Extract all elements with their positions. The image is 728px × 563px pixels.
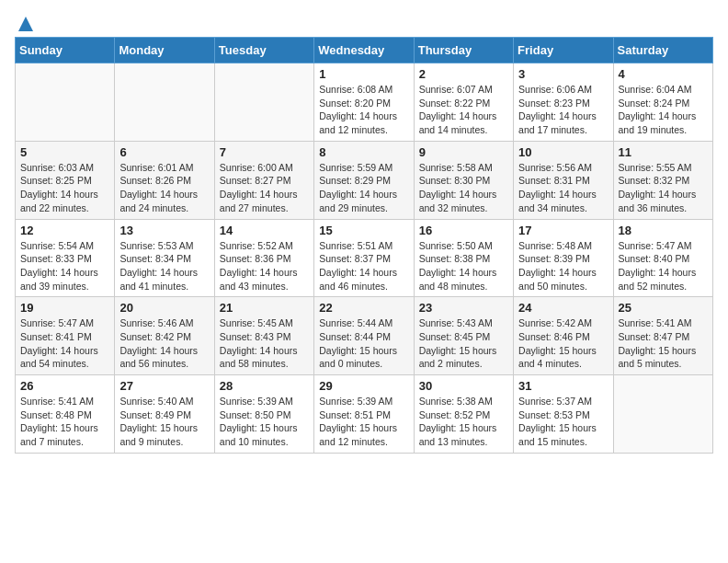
day-info: Sunrise: 5:53 AM Sunset: 8:34 PM Dayligh… — [119, 239, 209, 293]
day-info: Sunrise: 5:39 AM Sunset: 8:50 PM Dayligh… — [220, 395, 309, 449]
day-number: 22 — [319, 301, 408, 315]
day-number: 25 — [619, 301, 708, 315]
calendar-cell: 17Sunrise: 5:48 AM Sunset: 8:39 PM Dayli… — [514, 219, 613, 297]
calendar-cell: 8Sunrise: 5:59 AM Sunset: 8:29 PM Daylig… — [314, 141, 414, 219]
day-info: Sunrise: 5:41 AM Sunset: 8:47 PM Dayligh… — [619, 316, 708, 371]
weekday-header-friday: Friday — [514, 38, 613, 63]
day-info: Sunrise: 6:00 AM Sunset: 8:27 PM Dayligh… — [220, 161, 309, 215]
day-info: Sunrise: 5:51 AM Sunset: 8:37 PM Dayligh… — [319, 239, 408, 293]
calendar-cell: 4Sunrise: 6:04 AM Sunset: 8:24 PM Daylig… — [613, 63, 712, 142]
calendar-cell: 6Sunrise: 6:01 AM Sunset: 8:26 PM Daylig… — [115, 141, 214, 219]
day-info: Sunrise: 5:37 AM Sunset: 8:53 PM Dayligh… — [518, 395, 608, 449]
day-info: Sunrise: 5:45 AM Sunset: 8:43 PM Dayligh… — [220, 316, 309, 371]
calendar-cell — [613, 375, 712, 454]
calendar-week-row: 12Sunrise: 5:54 AM Sunset: 8:33 PM Dayli… — [16, 219, 713, 297]
calendar-cell: 29Sunrise: 5:39 AM Sunset: 8:51 PM Dayli… — [314, 375, 414, 454]
day-number: 2 — [419, 67, 508, 81]
day-number: 13 — [119, 224, 209, 237]
day-info: Sunrise: 5:42 AM Sunset: 8:46 PM Dayligh… — [518, 316, 608, 371]
weekday-header-monday: Monday — [115, 38, 214, 63]
day-number: 18 — [619, 224, 708, 237]
calendar-cell: 20Sunrise: 5:46 AM Sunset: 8:42 PM Dayli… — [115, 297, 214, 375]
calendar-cell: 28Sunrise: 5:39 AM Sunset: 8:50 PM Dayli… — [214, 375, 313, 454]
day-info: Sunrise: 5:46 AM Sunset: 8:42 PM Dayligh… — [119, 316, 209, 371]
calendar-cell: 26Sunrise: 5:41 AM Sunset: 8:48 PM Dayli… — [16, 375, 115, 454]
calendar-cell: 23Sunrise: 5:43 AM Sunset: 8:45 PM Dayli… — [414, 297, 513, 375]
day-number: 20 — [119, 301, 209, 315]
calendar-cell: 27Sunrise: 5:40 AM Sunset: 8:49 PM Dayli… — [115, 375, 214, 454]
day-info: Sunrise: 6:03 AM Sunset: 8:25 PM Dayligh… — [20, 161, 109, 215]
day-info: Sunrise: 5:47 AM Sunset: 8:40 PM Dayligh… — [619, 239, 708, 293]
day-number: 21 — [220, 301, 309, 315]
calendar-cell: 12Sunrise: 5:54 AM Sunset: 8:33 PM Dayli… — [16, 219, 115, 297]
svg-marker-0 — [18, 17, 33, 31]
day-number: 9 — [419, 145, 508, 159]
day-number: 15 — [319, 224, 408, 237]
calendar-week-row: 1Sunrise: 6:08 AM Sunset: 8:20 PM Daylig… — [16, 63, 713, 142]
day-number: 4 — [619, 67, 708, 81]
logo — [15, 15, 35, 29]
day-info: Sunrise: 5:48 AM Sunset: 8:39 PM Dayligh… — [518, 239, 608, 293]
day-info: Sunrise: 6:06 AM Sunset: 8:23 PM Dayligh… — [518, 83, 608, 137]
day-number: 26 — [20, 379, 109, 393]
day-info: Sunrise: 5:56 AM Sunset: 8:31 PM Dayligh… — [518, 161, 608, 215]
calendar-cell: 24Sunrise: 5:42 AM Sunset: 8:46 PM Dayli… — [514, 297, 613, 375]
day-info: Sunrise: 5:41 AM Sunset: 8:48 PM Dayligh… — [20, 395, 109, 449]
day-info: Sunrise: 6:04 AM Sunset: 8:24 PM Dayligh… — [619, 83, 708, 137]
calendar-cell: 14Sunrise: 5:52 AM Sunset: 8:36 PM Dayli… — [214, 219, 313, 297]
calendar-cell: 22Sunrise: 5:44 AM Sunset: 8:44 PM Dayli… — [314, 297, 414, 375]
calendar-cell: 18Sunrise: 5:47 AM Sunset: 8:40 PM Dayli… — [613, 219, 712, 297]
day-number: 27 — [119, 379, 209, 393]
day-info: Sunrise: 5:43 AM Sunset: 8:45 PM Dayligh… — [419, 316, 508, 371]
weekday-header-saturday: Saturday — [613, 38, 712, 63]
calendar-cell: 25Sunrise: 5:41 AM Sunset: 8:47 PM Dayli… — [613, 297, 712, 375]
day-number: 3 — [518, 67, 608, 81]
day-info: Sunrise: 5:39 AM Sunset: 8:51 PM Dayligh… — [319, 395, 408, 449]
day-number: 11 — [619, 145, 708, 159]
day-number: 23 — [419, 301, 508, 315]
calendar-cell: 16Sunrise: 5:50 AM Sunset: 8:38 PM Dayli… — [414, 219, 513, 297]
day-number: 19 — [20, 301, 109, 315]
calendar-cell: 5Sunrise: 6:03 AM Sunset: 8:25 PM Daylig… — [16, 141, 115, 219]
calendar-cell: 10Sunrise: 5:56 AM Sunset: 8:31 PM Dayli… — [514, 141, 613, 219]
day-info: Sunrise: 6:07 AM Sunset: 8:22 PM Dayligh… — [419, 83, 508, 137]
calendar-cell: 31Sunrise: 5:37 AM Sunset: 8:53 PM Dayli… — [514, 375, 613, 454]
calendar-cell — [115, 63, 214, 142]
calendar-table: SundayMondayTuesdayWednesdayThursdayFrid… — [15, 37, 713, 454]
calendar-week-row: 5Sunrise: 6:03 AM Sunset: 8:25 PM Daylig… — [16, 141, 713, 219]
day-info: Sunrise: 5:52 AM Sunset: 8:36 PM Dayligh… — [220, 239, 309, 293]
weekday-header-sunday: Sunday — [16, 38, 115, 63]
day-number: 6 — [119, 145, 209, 159]
calendar-cell: 1Sunrise: 6:08 AM Sunset: 8:20 PM Daylig… — [314, 63, 414, 142]
calendar-cell — [16, 63, 115, 142]
day-number: 31 — [518, 379, 608, 393]
day-number: 5 — [20, 145, 109, 159]
calendar-cell: 7Sunrise: 6:00 AM Sunset: 8:27 PM Daylig… — [214, 141, 313, 219]
day-number: 7 — [220, 145, 309, 159]
calendar-cell — [214, 63, 313, 142]
calendar-cell: 19Sunrise: 5:47 AM Sunset: 8:41 PM Dayli… — [16, 297, 115, 375]
calendar-week-row: 26Sunrise: 5:41 AM Sunset: 8:48 PM Dayli… — [16, 375, 713, 454]
weekday-header-thursday: Thursday — [414, 38, 513, 63]
day-info: Sunrise: 5:54 AM Sunset: 8:33 PM Dayligh… — [20, 239, 109, 293]
day-info: Sunrise: 5:40 AM Sunset: 8:49 PM Dayligh… — [119, 395, 209, 449]
day-info: Sunrise: 5:58 AM Sunset: 8:30 PM Dayligh… — [419, 161, 508, 215]
day-number: 30 — [419, 379, 508, 393]
day-info: Sunrise: 5:50 AM Sunset: 8:38 PM Dayligh… — [419, 239, 508, 293]
day-info: Sunrise: 5:59 AM Sunset: 8:29 PM Dayligh… — [319, 161, 408, 215]
calendar-cell: 9Sunrise: 5:58 AM Sunset: 8:30 PM Daylig… — [414, 141, 513, 219]
day-info: Sunrise: 5:47 AM Sunset: 8:41 PM Dayligh… — [20, 316, 109, 371]
logo-icon — [17, 15, 35, 33]
day-number: 28 — [220, 379, 309, 393]
day-number: 16 — [419, 224, 508, 237]
weekday-header-wednesday: Wednesday — [314, 38, 414, 63]
weekday-header-tuesday: Tuesday — [214, 38, 313, 63]
day-number: 14 — [220, 224, 309, 237]
day-number: 8 — [319, 145, 408, 159]
day-number: 29 — [319, 379, 408, 393]
day-info: Sunrise: 5:38 AM Sunset: 8:52 PM Dayligh… — [419, 395, 508, 449]
calendar-cell: 21Sunrise: 5:45 AM Sunset: 8:43 PM Dayli… — [214, 297, 313, 375]
calendar-cell: 11Sunrise: 5:55 AM Sunset: 8:32 PM Dayli… — [613, 141, 712, 219]
day-info: Sunrise: 5:55 AM Sunset: 8:32 PM Dayligh… — [619, 161, 708, 215]
day-info: Sunrise: 6:08 AM Sunset: 8:20 PM Dayligh… — [319, 83, 408, 137]
